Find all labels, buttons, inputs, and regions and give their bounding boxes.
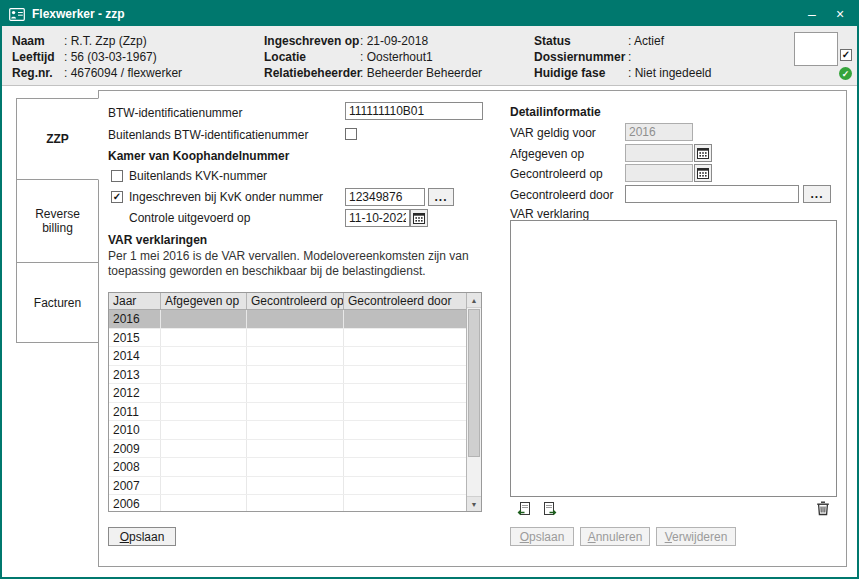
table-row[interactable]: 2012 bbox=[109, 384, 466, 403]
gecontroleerd-door-label: Gecontroleerd door bbox=[510, 188, 613, 202]
header-row: Locatie: Oosterhout1 bbox=[264, 50, 433, 64]
foreign-btw-label: Buitenlands BTW-identificatienummer bbox=[108, 128, 309, 142]
verwijderen-button[interactable]: Verwijderen bbox=[656, 527, 736, 546]
table-row[interactable]: 2007 bbox=[109, 477, 466, 496]
app-icon bbox=[9, 8, 25, 21]
tab-facturen[interactable]: Facturen bbox=[16, 262, 99, 343]
afgegeven-input[interactable] bbox=[625, 144, 693, 162]
locatie-value: : Oosterhout1 bbox=[360, 50, 433, 64]
header-row: Status: Actief bbox=[534, 34, 664, 48]
huidige-fase-value: : Niet ingedeeld bbox=[628, 66, 711, 80]
regnr-label: Reg.nr. bbox=[12, 66, 64, 80]
document-in-button[interactable] bbox=[540, 500, 562, 518]
leeftijd-label: Leeftijd bbox=[12, 50, 64, 64]
var-table-header: Jaar Afgegeven op Gecontroleerd op Gecon… bbox=[109, 293, 466, 310]
ingeschreven-label: Ingeschreven op bbox=[264, 34, 360, 48]
gecontroleerd-door-browse-button[interactable]: ... bbox=[803, 185, 831, 203]
locatie-label: Locatie bbox=[264, 50, 360, 64]
gecontroleerd-op-label: Gecontroleerd op bbox=[510, 167, 603, 181]
table-row[interactable]: 2011 bbox=[109, 403, 466, 422]
calendar-icon bbox=[697, 147, 709, 159]
opslaan-button[interactable]: Opslaan bbox=[510, 527, 574, 546]
relatiebeheerder-value: : Beheerder Beheerder bbox=[360, 66, 482, 80]
header-row: Dossiernummer: bbox=[534, 50, 631, 64]
delete-button[interactable] bbox=[812, 499, 834, 518]
table-row[interactable]: 2006 bbox=[109, 495, 466, 511]
var-geldig-input[interactable] bbox=[625, 123, 693, 141]
table-row[interactable]: 2014 bbox=[109, 347, 466, 366]
header-row: Leeftijd: 56 (03-03-1967) bbox=[12, 50, 157, 64]
huidige-fase-label: Huidige fase bbox=[534, 66, 628, 80]
status-ok-icon: ✓ bbox=[839, 67, 852, 80]
header-row: Naam: R.T. Zzp (Zzp) bbox=[12, 34, 147, 48]
check-icon: ✓ bbox=[113, 192, 121, 202]
afgegeven-calendar-button[interactable] bbox=[694, 144, 712, 162]
table-scrollbar[interactable]: ▲ ▼ bbox=[466, 293, 481, 511]
document-import-icon bbox=[543, 502, 559, 517]
annuleren-button[interactable]: Annuleren bbox=[580, 527, 650, 546]
photo-placeholder bbox=[794, 32, 838, 66]
col-header-afgegeven[interactable]: Afgegeven op bbox=[161, 293, 247, 309]
col-header-jaar[interactable]: Jaar bbox=[109, 293, 161, 309]
tab-zzp[interactable]: ZZP bbox=[16, 98, 99, 180]
col-header-gecontroleerd-door[interactable]: Gecontroleerd door bbox=[344, 293, 466, 309]
dossiernummer-label: Dossiernummer bbox=[534, 50, 628, 64]
minimize-button[interactable]: – bbox=[799, 2, 825, 26]
check-icon: ✓ bbox=[842, 50, 850, 60]
kvk-number-input[interactable] bbox=[345, 188, 425, 206]
table-row[interactable]: 2008 bbox=[109, 458, 466, 477]
table-row[interactable]: 2015 bbox=[109, 329, 466, 348]
header-row: Reg.nr.: 4676094 / flexwerker bbox=[12, 66, 182, 80]
status-label: Status bbox=[534, 34, 628, 48]
scroll-down-icon[interactable]: ▼ bbox=[467, 496, 481, 511]
naam-value: : R.T. Zzp (Zzp) bbox=[64, 34, 147, 48]
controle-date-input[interactable] bbox=[345, 209, 410, 227]
var-geldig-label: VAR geldig voor bbox=[510, 126, 596, 140]
controle-calendar-button[interactable] bbox=[410, 209, 428, 227]
calendar-icon bbox=[697, 167, 709, 179]
table-row[interactable]: 2009 bbox=[109, 440, 466, 459]
relatiebeheerder-label: Relatiebeheerder bbox=[264, 66, 360, 80]
scroll-thumb[interactable] bbox=[468, 309, 480, 457]
header-row: Relatiebeheerder: Beheerder Beheerder bbox=[264, 66, 482, 80]
titlebar: Flexwerker - zzp – × bbox=[2, 2, 857, 26]
gecontroleerd-op-input[interactable] bbox=[625, 164, 693, 182]
detail-section-header: Detailinformatie bbox=[510, 105, 601, 119]
document-export-icon bbox=[515, 502, 531, 517]
var-verklaring-textarea[interactable] bbox=[510, 220, 837, 497]
foreign-btw-checkbox[interactable] bbox=[345, 128, 357, 140]
header-row: Ingeschreven op: 21-09-2018 bbox=[264, 34, 428, 48]
person-info-header: Naam: R.T. Zzp (Zzp) Leeftijd: 56 (03-03… bbox=[2, 26, 857, 86]
ingeschreven-value: : 21-09-2018 bbox=[360, 34, 428, 48]
table-row-selected[interactable]: 2016 bbox=[109, 310, 466, 329]
header-row: Huidige fase: Niet ingedeeld bbox=[534, 66, 711, 80]
close-button[interactable]: × bbox=[827, 2, 853, 26]
header-checkbox[interactable]: ✓ bbox=[840, 49, 852, 61]
window-title: Flexwerker - zzp bbox=[32, 7, 125, 21]
table-row[interactable]: 2010 bbox=[109, 421, 466, 440]
col-header-gecontroleerd-op[interactable]: Gecontroleerd op bbox=[247, 293, 344, 309]
afgegeven-label: Afgegeven op bbox=[510, 147, 584, 161]
kvk-registered-checkbox[interactable]: ✓ bbox=[111, 191, 123, 203]
table-row[interactable]: 2013 bbox=[109, 366, 466, 385]
opslaan-button-left[interactable]: Opslaan bbox=[108, 527, 176, 546]
var-verklaring-label: VAR verklaring bbox=[510, 207, 589, 221]
tab-reverse-billing[interactable]: Reverse billing bbox=[16, 179, 99, 263]
gecontroleerd-op-calendar-button[interactable] bbox=[694, 164, 712, 182]
trash-icon bbox=[816, 501, 830, 516]
scroll-up-icon[interactable]: ▲ bbox=[467, 293, 481, 308]
document-out-button[interactable] bbox=[512, 500, 534, 518]
foreign-kvk-label: Buitenlands KVK-nummer bbox=[129, 169, 267, 183]
flexwerker-window: Flexwerker - zzp – × Naam: R.T. Zzp (Zzp… bbox=[0, 0, 859, 579]
kvk-browse-button[interactable]: ... bbox=[428, 188, 454, 206]
controle-label: Controle uitgevoerd op bbox=[129, 211, 250, 225]
kvk-registered-label: Ingeschreven bij KvK onder nummer bbox=[129, 190, 323, 204]
gecontroleerd-door-input[interactable] bbox=[625, 185, 799, 203]
naam-label: Naam bbox=[12, 34, 64, 48]
btw-label: BTW-identificatienummer bbox=[108, 106, 242, 120]
regnr-value: : 4676094 / flexwerker bbox=[64, 66, 182, 80]
var-section-header: VAR verklaringen bbox=[108, 233, 207, 247]
btw-number-input[interactable] bbox=[345, 102, 483, 120]
leeftijd-value: : 56 (03-03-1967) bbox=[64, 50, 157, 64]
foreign-kvk-checkbox[interactable] bbox=[111, 170, 123, 182]
